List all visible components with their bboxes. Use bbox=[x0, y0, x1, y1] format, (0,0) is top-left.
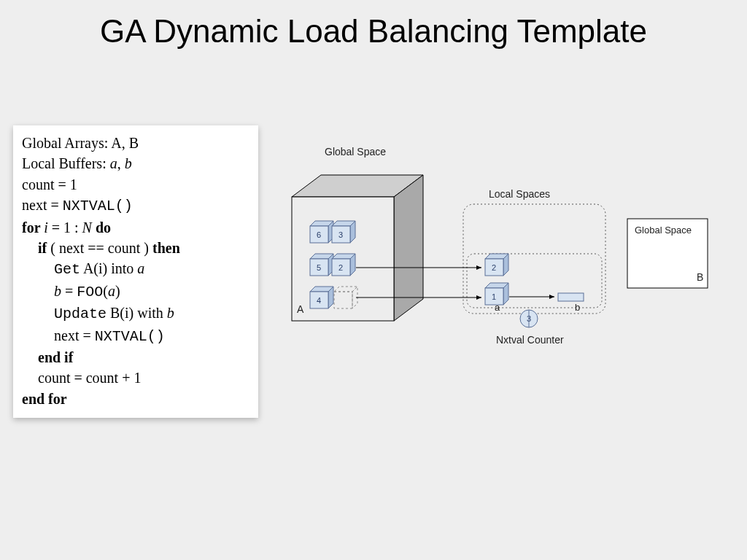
svg-text:5: 5 bbox=[317, 263, 321, 272]
nxtval-counter-icon: 3 bbox=[520, 310, 538, 327]
svg-text:2: 2 bbox=[492, 263, 496, 272]
cube-4: 4 bbox=[310, 287, 333, 308]
local-cube-2: 2 bbox=[485, 254, 508, 276]
code-line-4: next = NXTVAL() bbox=[22, 195, 249, 217]
code-line-7: Get A(i) into a bbox=[22, 258, 249, 280]
svg-text:2: 2 bbox=[338, 263, 343, 272]
cube-3: 3 bbox=[332, 221, 355, 243]
page-title: GA Dynamic Load Balancing Template bbox=[0, 13, 747, 50]
label-global-space-b: Global Space bbox=[635, 225, 692, 236]
cube-6: 6 bbox=[310, 221, 333, 243]
code-line-2: Local Buffers: a, b bbox=[22, 153, 249, 174]
label-global-space-a: Global Space bbox=[325, 146, 386, 158]
architecture-diagram: 6 3 5 2 4 bbox=[270, 146, 722, 394]
svg-text:3: 3 bbox=[338, 230, 343, 239]
svg-text:4: 4 bbox=[317, 296, 321, 305]
code-line-9: Update B(i) with b bbox=[22, 303, 249, 324]
code-line-3: count = 1 bbox=[22, 174, 249, 195]
label-a2: a bbox=[495, 302, 500, 313]
code-line-12: count = count + 1 bbox=[22, 368, 249, 388]
svg-marker-1 bbox=[394, 175, 423, 321]
svg-text:1: 1 bbox=[492, 292, 496, 301]
code-line-13: end for bbox=[22, 389, 249, 409]
code-line-10: next = NXTVAL() bbox=[22, 325, 249, 347]
label-b: B bbox=[697, 271, 703, 283]
label-b2: b bbox=[575, 302, 580, 313]
cube-5: 5 bbox=[310, 254, 333, 276]
code-line-11: end if bbox=[22, 347, 249, 368]
code-line-1: Global Arrays: A, B bbox=[22, 133, 249, 153]
local-b-slot bbox=[558, 293, 584, 301]
code-line-6: if ( next == count ) then bbox=[22, 238, 249, 258]
label-nxtval: Nxtval Counter bbox=[496, 334, 564, 346]
label-local-spaces: Local Spaces bbox=[489, 188, 550, 200]
code-line-8: b = FOO(a) bbox=[22, 281, 249, 303]
label-a: A bbox=[297, 303, 303, 315]
code-line-5: for i = 1 : N do bbox=[22, 217, 249, 238]
pseudocode-card: Global Arrays: A, B Local Buffers: a, b … bbox=[13, 125, 258, 418]
cube-2: 2 bbox=[332, 254, 355, 276]
svg-text:6: 6 bbox=[317, 230, 321, 239]
